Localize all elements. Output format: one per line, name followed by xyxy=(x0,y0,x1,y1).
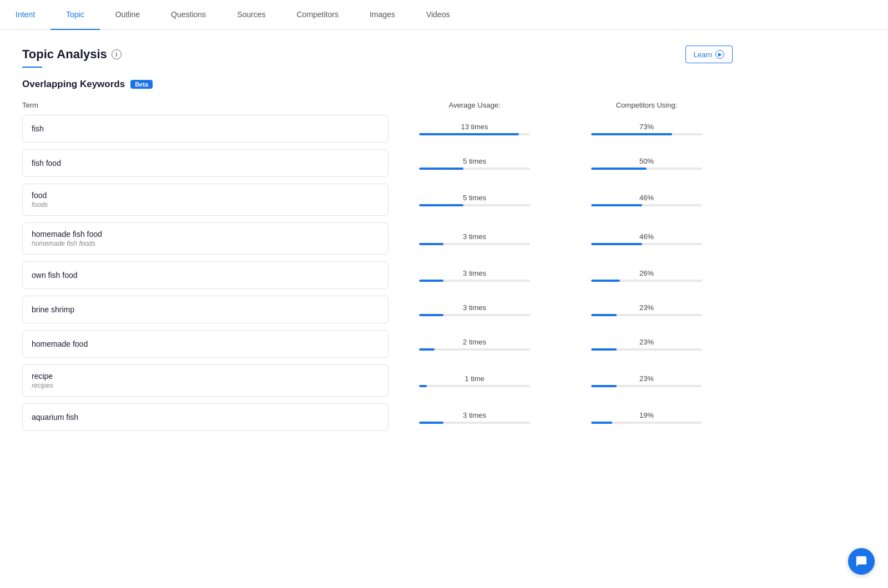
col-header-comp: Competitors Using: xyxy=(561,101,733,109)
comp-progress-track xyxy=(591,385,702,387)
comp-progress-track xyxy=(591,168,702,170)
avg-progress-track xyxy=(419,280,530,282)
avg-value: 3 times xyxy=(463,411,486,419)
tab-questions[interactable]: Questions xyxy=(155,0,221,30)
comp-value: 73% xyxy=(639,123,654,131)
avg-value: 3 times xyxy=(463,269,486,277)
comp-progress-fill xyxy=(591,133,672,135)
avg-value: 1 time xyxy=(465,374,484,383)
keyword-row: brine shrimp 3 times 23% xyxy=(22,296,733,323)
avg-progress-track xyxy=(419,422,530,424)
term-alt: homemade fish foods xyxy=(32,240,379,247)
competitors-cell: 46% xyxy=(561,194,733,206)
comp-progress-track xyxy=(591,204,702,206)
avg-value: 2 times xyxy=(463,338,486,346)
keyword-term-box[interactable]: homemade food xyxy=(22,330,389,358)
tab-sources[interactable]: Sources xyxy=(221,0,281,30)
keyword-term-box[interactable]: reciperecipes xyxy=(22,364,389,397)
comp-value: 50% xyxy=(639,157,654,165)
competitors-cell: 73% xyxy=(561,123,733,135)
avg-progress-track xyxy=(419,133,530,135)
avg-usage-cell: 2 times xyxy=(389,338,561,351)
info-icon[interactable]: i xyxy=(112,49,122,59)
keyword-term-box[interactable]: foodfoods xyxy=(22,184,389,216)
avg-usage-cell: 13 times xyxy=(389,123,561,135)
section-title: Overlapping Keywords xyxy=(22,79,125,90)
competitors-cell: 19% xyxy=(561,411,733,424)
comp-value: 23% xyxy=(639,303,654,312)
tab-intent[interactable]: Intent xyxy=(0,0,51,30)
avg-usage-cell: 1 time xyxy=(389,374,561,387)
avg-progress-fill xyxy=(419,243,443,245)
keyword-term-box[interactable]: fish food xyxy=(22,149,389,177)
avg-progress-track xyxy=(419,348,530,351)
tab-competitors[interactable]: Competitors xyxy=(281,0,354,30)
keyword-term-box[interactable]: fish xyxy=(22,115,389,143)
comp-value: 46% xyxy=(639,194,654,202)
comp-progress-fill xyxy=(591,243,642,245)
learn-button[interactable]: Learn ▶ xyxy=(685,45,733,63)
comp-progress-fill xyxy=(591,422,612,424)
term-main: own fish food xyxy=(32,271,379,280)
avg-progress-fill xyxy=(419,280,443,282)
competitors-cell: 50% xyxy=(561,157,733,170)
term-main: homemade fish food xyxy=(32,230,379,239)
keyword-term-box[interactable]: aquarium fish xyxy=(22,403,389,431)
avg-value: 5 times xyxy=(463,157,486,165)
tab-videos[interactable]: Videos xyxy=(411,0,466,30)
col-header-term: Term xyxy=(22,101,389,109)
comp-progress-fill xyxy=(591,314,617,316)
avg-usage-cell: 3 times xyxy=(389,411,561,424)
avg-value: 3 times xyxy=(463,232,486,241)
keyword-row: homemade fish foodhomemade fish foods 3 … xyxy=(22,222,733,255)
avg-progress-fill xyxy=(419,204,463,206)
table-headers: Term Average Usage: Competitors Using: xyxy=(22,99,733,115)
comp-progress-track xyxy=(591,133,702,135)
avg-progress-track xyxy=(419,168,530,170)
competitors-cell: 26% xyxy=(561,269,733,282)
keywords-list: fish 13 times 73% fish food 5 times 50% … xyxy=(22,115,733,431)
competitors-cell: 46% xyxy=(561,232,733,245)
keyword-row: aquarium fish 3 times 19% xyxy=(22,403,733,431)
main-content: Topic Analysis i Learn ▶ Overlapping Key… xyxy=(0,30,755,453)
section-header: Overlapping Keywords Beta xyxy=(22,79,733,90)
keyword-row: fish 13 times 73% xyxy=(22,115,733,143)
avg-usage-cell: 5 times xyxy=(389,194,561,206)
keyword-term-box[interactable]: brine shrimp xyxy=(22,296,389,323)
comp-progress-track xyxy=(591,280,702,282)
term-main: homemade food xyxy=(32,339,379,348)
competitors-cell: 23% xyxy=(561,303,733,316)
keyword-row: homemade food 2 times 23% xyxy=(22,330,733,358)
keyword-row: reciperecipes 1 time 23% xyxy=(22,364,733,397)
tab-topic[interactable]: Topic xyxy=(51,0,100,30)
avg-progress-fill xyxy=(419,422,443,424)
comp-progress-fill xyxy=(591,204,642,206)
term-main: fish xyxy=(32,124,379,133)
avg-progress-fill xyxy=(419,385,427,387)
title-row: Topic Analysis i Learn ▶ xyxy=(22,45,733,63)
comp-progress-fill xyxy=(591,168,647,170)
keyword-term-box[interactable]: own fish food xyxy=(22,261,389,289)
term-main: recipe xyxy=(32,372,379,381)
tab-outline[interactable]: Outline xyxy=(100,0,155,30)
beta-badge: Beta xyxy=(130,80,153,89)
comp-value: 23% xyxy=(639,374,654,383)
term-main: brine shrimp xyxy=(32,305,379,314)
tab-images[interactable]: Images xyxy=(354,0,411,30)
avg-progress-fill xyxy=(419,314,443,316)
term-alt: foods xyxy=(32,201,379,209)
keyword-term-box[interactable]: homemade fish foodhomemade fish foods xyxy=(22,222,389,255)
term-main: aquarium fish xyxy=(32,413,379,422)
term-main: food xyxy=(32,191,379,200)
col-header-avg: Average Usage: xyxy=(389,101,561,109)
comp-value: 19% xyxy=(639,411,654,419)
play-icon: ▶ xyxy=(715,50,724,59)
competitors-cell: 23% xyxy=(561,338,733,351)
comp-progress-track xyxy=(591,243,702,245)
term-alt: recipes xyxy=(32,382,379,389)
avg-progress-fill xyxy=(419,133,519,135)
avg-usage-cell: 3 times xyxy=(389,269,561,282)
avg-progress-track xyxy=(419,243,530,245)
comp-value: 26% xyxy=(639,269,654,277)
avg-progress-track xyxy=(419,204,530,206)
